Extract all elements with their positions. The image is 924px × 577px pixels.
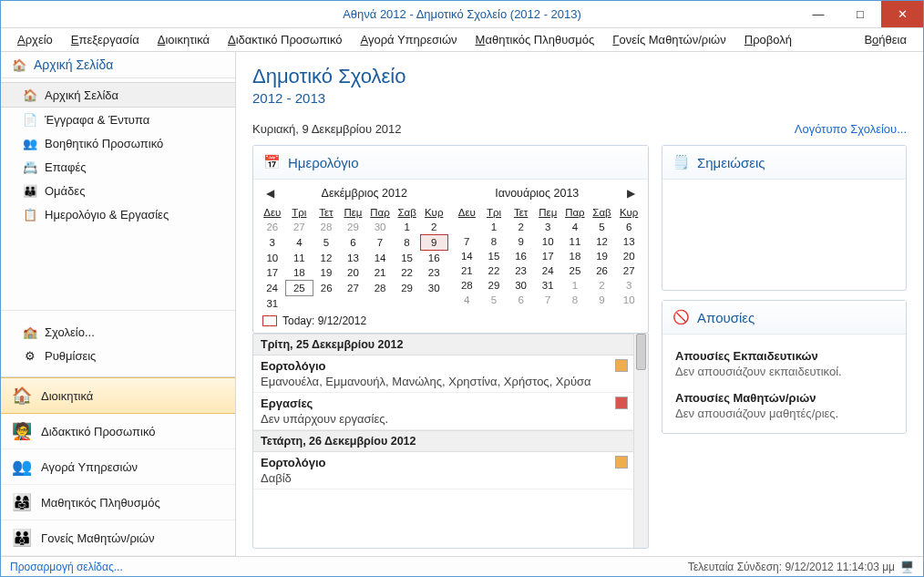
cal-day[interactable]: 1 (480, 220, 508, 234)
bottom-nav-item[interactable]: 👥Αγορά Υπηρεσιών (1, 449, 235, 485)
cal-day[interactable]: 4 (454, 293, 481, 307)
cal-day[interactable]: 20 (340, 265, 367, 281)
cal-day[interactable]: 14 (366, 251, 394, 266)
cal-day[interactable]: 7 (534, 293, 561, 307)
cal-day[interactable]: 6 (615, 220, 642, 234)
cal-day[interactable]: 5 (589, 220, 616, 234)
cal-day[interactable]: 26 (259, 220, 286, 235)
bottom-nav-item[interactable]: 🏠Διοικητικά (1, 377, 235, 414)
cal-day[interactable]: 18 (561, 249, 589, 263)
cal-day[interactable]: 9 (420, 235, 447, 251)
cal-day[interactable]: 31 (534, 278, 561, 293)
cal-day[interactable]: 22 (394, 265, 421, 281)
cal-day[interactable]: 30 (420, 281, 447, 296)
menu-item[interactable]: Διδακτικό Προσωπικό (219, 29, 351, 50)
cal-next-button[interactable]: ▶ (623, 187, 639, 200)
cal-day[interactable]: 4 (286, 235, 313, 251)
cal-day[interactable]: 11 (286, 251, 313, 266)
cal-day[interactable]: 18 (286, 265, 313, 281)
cal-day[interactable]: 21 (454, 263, 481, 278)
cal-day[interactable]: 3 (615, 278, 642, 293)
cal-day[interactable]: 10 (615, 293, 642, 307)
menu-item[interactable]: Προβολή (735, 29, 801, 50)
cal-day[interactable]: 5 (480, 293, 508, 307)
customize-page-link[interactable]: Προσαρμογή σελίδας... (10, 561, 123, 573)
cal-day[interactable]: 23 (508, 263, 535, 278)
cal-day[interactable]: 29 (340, 220, 367, 235)
cal-day[interactable]: 20 (615, 249, 642, 263)
cal-day[interactable]: 22 (480, 263, 508, 278)
sidebar-lower-item[interactable]: 🏫Σχολείο... (1, 320, 235, 344)
sidebar-lower-item[interactable]: ⚙Ρυθμίσεις (1, 344, 235, 367)
agenda-section[interactable]: ΕορτολόγιοΕμανουέλα, Εμμανουήλ, Μανώλης,… (253, 355, 633, 393)
maximize-button[interactable]: □ (839, 1, 881, 27)
sidebar-item[interactable]: 📄Έγγραφα & Έντυπα (1, 108, 235, 131)
sidebar-heading[interactable]: 🏠 Αρχική Σελίδα (1, 52, 235, 78)
cal-day[interactable]: 21 (366, 265, 394, 281)
cal-day[interactable]: 10 (534, 234, 561, 249)
cal-day[interactable]: 27 (340, 281, 367, 296)
menu-item[interactable]: Επεξεργασία (62, 29, 149, 50)
cal-day[interactable]: 28 (366, 281, 394, 296)
cal-day[interactable]: 26 (589, 263, 616, 278)
agenda-scrollbar[interactable] (633, 334, 648, 549)
cal-day[interactable]: 13 (340, 251, 367, 266)
cal-day[interactable]: 25 (561, 263, 589, 278)
cal-day[interactable]: 16 (420, 251, 447, 266)
cal-day[interactable]: 14 (454, 249, 481, 263)
cal-day[interactable]: 3 (259, 235, 286, 251)
agenda-section[interactable]: ΕργασίεςΔεν υπάρχουν εργασίες. (253, 393, 633, 430)
menu-item[interactable]: Μαθητικός Πληθυσμός (467, 29, 604, 50)
cal-day[interactable]: 31 (259, 296, 286, 311)
cal-day[interactable]: 30 (366, 220, 394, 235)
cal-day[interactable]: 27 (615, 263, 642, 278)
school-logo-link[interactable]: Λογότυπο Σχολείου... (795, 122, 907, 136)
cal-day[interactable]: 12 (589, 234, 616, 249)
sidebar-item[interactable]: 👪Ομάδες (1, 179, 235, 202)
cal-day[interactable]: 12 (313, 251, 340, 266)
cal-day[interactable]: 19 (589, 249, 616, 263)
cal-day[interactable]: 10 (259, 251, 286, 266)
menu-item[interactable]: Διοικητικά (149, 29, 219, 50)
cal-day[interactable]: 7 (454, 234, 481, 249)
agenda-section[interactable]: ΕορτολόγιοΔαβίδ (253, 452, 633, 489)
bottom-nav-item[interactable]: 👪Γονείς Μαθητών/ριών (1, 520, 235, 556)
cal-day[interactable]: 2 (508, 220, 535, 234)
menu-item[interactable]: Αρχείο (8, 29, 62, 50)
menu-item[interactable]: Αγορά Υπηρεσιών (351, 29, 466, 50)
cal-day[interactable]: 16 (508, 249, 535, 263)
cal-day[interactable]: 13 (615, 234, 642, 249)
cal-day[interactable]: 24 (259, 281, 286, 296)
cal-day[interactable]: 2 (589, 278, 616, 293)
cal-day[interactable]: 15 (480, 249, 508, 263)
cal-day[interactable]: 8 (561, 293, 589, 307)
cal-day[interactable]: 29 (394, 281, 421, 296)
cal-day[interactable]: 4 (561, 220, 589, 234)
close-button[interactable]: ✕ (881, 1, 923, 27)
cal-day[interactable]: 17 (259, 265, 286, 281)
cal-day[interactable]: 5 (313, 235, 340, 251)
menu-help[interactable]: Βοήθεια (855, 29, 916, 50)
cal-day[interactable]: 27 (286, 220, 313, 235)
sidebar-item[interactable]: 📇Επαφές (1, 155, 235, 179)
cal-day[interactable]: 28 (454, 278, 481, 293)
cal-day[interactable]: 17 (534, 249, 561, 263)
bottom-nav-item[interactable]: 🧑‍🏫Διδακτικό Προσωπικό (1, 414, 235, 449)
cal-day[interactable]: 25 (286, 281, 313, 296)
cal-day[interactable]: 28 (313, 220, 340, 235)
today-label[interactable]: Today: 9/12/2012 (282, 314, 366, 327)
cal-day[interactable]: 26 (313, 281, 340, 296)
sidebar-item[interactable]: 🏠Αρχική Σελίδα (1, 82, 235, 108)
cal-day[interactable]: 8 (394, 235, 421, 251)
cal-day[interactable]: 6 (508, 293, 535, 307)
cal-day[interactable]: 23 (420, 265, 447, 281)
menu-item[interactable]: Γονείς Μαθητών/ριών (603, 29, 734, 50)
sidebar-item[interactable]: 👥Βοηθητικό Προσωπικό (1, 131, 235, 155)
cal-day[interactable]: 8 (480, 234, 508, 249)
bottom-nav-item[interactable]: 👨‍👩‍👧Μαθητικός Πληθυσμός (1, 485, 235, 520)
cal-day[interactable]: 6 (340, 235, 367, 251)
cal-day[interactable]: 1 (561, 278, 589, 293)
cal-day[interactable]: 2 (420, 220, 447, 235)
cal-day[interactable]: 11 (561, 234, 589, 249)
cal-day[interactable]: 15 (394, 251, 421, 266)
